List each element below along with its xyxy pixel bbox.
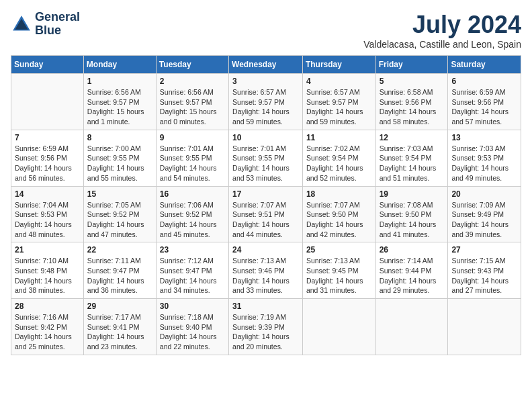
day-cell: 20Sunrise: 7:09 AM Sunset: 9:49 PM Dayli… bbox=[448, 186, 521, 242]
day-number: 25 bbox=[306, 245, 372, 255]
day-cell: 17Sunrise: 7:07 AM Sunset: 9:51 PM Dayli… bbox=[229, 186, 303, 242]
day-info: Sunrise: 7:04 AM Sunset: 9:53 PM Dayligh… bbox=[15, 200, 80, 240]
day-cell: 1Sunrise: 6:56 AM Sunset: 9:57 PM Daylig… bbox=[83, 74, 156, 130]
day-number: 16 bbox=[160, 189, 225, 199]
day-info: Sunrise: 7:13 AM Sunset: 9:45 PM Dayligh… bbox=[306, 256, 372, 295]
page-header: General Blue July 2024 Valdelacasa, Cast… bbox=[11, 11, 521, 50]
column-header-thursday: Thursday bbox=[302, 56, 375, 74]
day-number: 14 bbox=[15, 189, 80, 199]
day-cell: 29Sunrise: 7:17 AM Sunset: 9:41 PM Dayli… bbox=[83, 299, 156, 355]
day-cell: 21Sunrise: 7:10 AM Sunset: 9:48 PM Dayli… bbox=[11, 242, 84, 299]
week-row-2: 7Sunrise: 6:59 AM Sunset: 9:56 PM Daylig… bbox=[11, 130, 521, 186]
day-info: Sunrise: 7:03 AM Sunset: 9:54 PM Dayligh… bbox=[380, 144, 445, 183]
logo-text: General Blue bbox=[35, 11, 80, 38]
day-info: Sunrise: 7:19 AM Sunset: 9:39 PM Dayligh… bbox=[232, 312, 299, 352]
day-cell: 3Sunrise: 6:57 AM Sunset: 9:57 PM Daylig… bbox=[229, 74, 303, 130]
day-number: 15 bbox=[87, 189, 152, 199]
day-number: 6 bbox=[451, 77, 517, 86]
day-number: 24 bbox=[232, 245, 299, 255]
day-cell: 9Sunrise: 7:01 AM Sunset: 9:55 PM Daylig… bbox=[156, 130, 228, 186]
day-info: Sunrise: 7:15 AM Sunset: 9:43 PM Dayligh… bbox=[451, 256, 517, 295]
day-info: Sunrise: 7:06 AM Sunset: 9:52 PM Dayligh… bbox=[160, 200, 225, 240]
day-cell: 7Sunrise: 6:59 AM Sunset: 9:56 PM Daylig… bbox=[11, 130, 84, 186]
week-row-4: 21Sunrise: 7:10 AM Sunset: 9:48 PM Dayli… bbox=[11, 242, 521, 299]
day-cell: 6Sunrise: 6:59 AM Sunset: 9:56 PM Daylig… bbox=[448, 74, 521, 130]
day-cell: 12Sunrise: 7:03 AM Sunset: 9:54 PM Dayli… bbox=[375, 130, 448, 186]
column-header-monday: Monday bbox=[83, 56, 156, 74]
day-number: 2 bbox=[160, 77, 225, 86]
title-block: July 2024 Valdelacasa, Castille and Leon… bbox=[363, 11, 521, 50]
day-number: 31 bbox=[232, 302, 299, 311]
day-cell: 8Sunrise: 7:00 AM Sunset: 9:55 PM Daylig… bbox=[83, 130, 156, 186]
week-row-1: 1Sunrise: 6:56 AM Sunset: 9:57 PM Daylig… bbox=[11, 74, 521, 130]
day-cell bbox=[375, 299, 448, 355]
day-info: Sunrise: 6:56 AM Sunset: 9:57 PM Dayligh… bbox=[160, 87, 225, 127]
day-cell: 22Sunrise: 7:11 AM Sunset: 9:47 PM Dayli… bbox=[83, 242, 156, 299]
location: Valdelacasa, Castille and Leon, Spain bbox=[363, 39, 521, 50]
day-number: 1 bbox=[87, 77, 152, 86]
day-info: Sunrise: 7:11 AM Sunset: 9:47 PM Dayligh… bbox=[87, 256, 152, 295]
day-number: 17 bbox=[232, 189, 299, 199]
day-cell bbox=[448, 299, 521, 355]
day-number: 19 bbox=[380, 189, 445, 199]
day-cell: 27Sunrise: 7:15 AM Sunset: 9:43 PM Dayli… bbox=[448, 242, 521, 299]
column-header-sunday: Sunday bbox=[11, 56, 84, 74]
day-number: 10 bbox=[232, 133, 299, 142]
day-number: 26 bbox=[380, 245, 445, 255]
day-info: Sunrise: 7:17 AM Sunset: 9:41 PM Dayligh… bbox=[87, 312, 152, 352]
day-info: Sunrise: 7:12 AM Sunset: 9:47 PM Dayligh… bbox=[160, 256, 225, 295]
day-number: 8 bbox=[87, 133, 152, 142]
day-info: Sunrise: 6:59 AM Sunset: 9:56 PM Dayligh… bbox=[15, 144, 80, 183]
day-number: 30 bbox=[160, 302, 225, 311]
day-cell: 18Sunrise: 7:07 AM Sunset: 9:50 PM Dayli… bbox=[302, 186, 375, 242]
calendar-header-row: SundayMondayTuesdayWednesdayThursdayFrid… bbox=[11, 56, 521, 74]
day-info: Sunrise: 6:57 AM Sunset: 9:57 PM Dayligh… bbox=[306, 87, 372, 127]
logo-icon bbox=[11, 13, 32, 35]
day-number: 23 bbox=[160, 245, 225, 255]
day-info: Sunrise: 7:13 AM Sunset: 9:46 PM Dayligh… bbox=[232, 256, 299, 295]
day-number: 21 bbox=[15, 245, 80, 255]
day-cell: 16Sunrise: 7:06 AM Sunset: 9:52 PM Dayli… bbox=[156, 186, 228, 242]
day-cell: 13Sunrise: 7:03 AM Sunset: 9:53 PM Dayli… bbox=[448, 130, 521, 186]
day-number: 28 bbox=[15, 302, 80, 311]
day-cell bbox=[302, 299, 375, 355]
day-cell: 19Sunrise: 7:08 AM Sunset: 9:50 PM Dayli… bbox=[375, 186, 448, 242]
day-info: Sunrise: 7:02 AM Sunset: 9:54 PM Dayligh… bbox=[306, 144, 372, 183]
column-header-wednesday: Wednesday bbox=[229, 56, 303, 74]
day-cell: 14Sunrise: 7:04 AM Sunset: 9:53 PM Dayli… bbox=[11, 186, 84, 242]
day-cell: 31Sunrise: 7:19 AM Sunset: 9:39 PM Dayli… bbox=[229, 299, 303, 355]
day-cell: 28Sunrise: 7:16 AM Sunset: 9:42 PM Dayli… bbox=[11, 299, 84, 355]
day-info: Sunrise: 7:05 AM Sunset: 9:52 PM Dayligh… bbox=[87, 200, 152, 240]
day-number: 18 bbox=[306, 189, 372, 199]
day-info: Sunrise: 6:58 AM Sunset: 9:56 PM Dayligh… bbox=[380, 87, 445, 127]
day-info: Sunrise: 7:14 AM Sunset: 9:44 PM Dayligh… bbox=[380, 256, 445, 295]
month-title: July 2024 bbox=[363, 11, 521, 39]
day-info: Sunrise: 7:10 AM Sunset: 9:48 PM Dayligh… bbox=[15, 256, 80, 295]
day-info: Sunrise: 7:16 AM Sunset: 9:42 PM Dayligh… bbox=[15, 312, 80, 352]
day-cell: 23Sunrise: 7:12 AM Sunset: 9:47 PM Dayli… bbox=[156, 242, 228, 299]
day-info: Sunrise: 7:09 AM Sunset: 9:49 PM Dayligh… bbox=[451, 200, 517, 240]
day-info: Sunrise: 7:07 AM Sunset: 9:50 PM Dayligh… bbox=[306, 200, 372, 240]
day-info: Sunrise: 6:56 AM Sunset: 9:57 PM Dayligh… bbox=[87, 87, 152, 127]
day-cell: 25Sunrise: 7:13 AM Sunset: 9:45 PM Dayli… bbox=[302, 242, 375, 299]
day-cell: 30Sunrise: 7:18 AM Sunset: 9:40 PM Dayli… bbox=[156, 299, 228, 355]
logo: General Blue bbox=[11, 11, 80, 38]
day-number: 4 bbox=[306, 77, 372, 86]
day-number: 29 bbox=[87, 302, 152, 311]
day-number: 9 bbox=[160, 133, 225, 142]
day-info: Sunrise: 7:08 AM Sunset: 9:50 PM Dayligh… bbox=[380, 200, 445, 240]
day-cell bbox=[11, 74, 84, 130]
day-cell: 15Sunrise: 7:05 AM Sunset: 9:52 PM Dayli… bbox=[83, 186, 156, 242]
day-number: 11 bbox=[306, 133, 372, 142]
column-header-tuesday: Tuesday bbox=[156, 56, 228, 74]
day-info: Sunrise: 6:59 AM Sunset: 9:56 PM Dayligh… bbox=[451, 87, 517, 127]
day-info: Sunrise: 7:07 AM Sunset: 9:51 PM Dayligh… bbox=[232, 200, 299, 240]
day-number: 3 bbox=[232, 77, 299, 86]
column-header-saturday: Saturday bbox=[448, 56, 521, 74]
day-info: Sunrise: 7:03 AM Sunset: 9:53 PM Dayligh… bbox=[451, 144, 517, 183]
day-cell: 24Sunrise: 7:13 AM Sunset: 9:46 PM Dayli… bbox=[229, 242, 303, 299]
calendar-table: SundayMondayTuesdayWednesdayThursdayFrid… bbox=[11, 55, 521, 355]
day-info: Sunrise: 7:18 AM Sunset: 9:40 PM Dayligh… bbox=[160, 312, 225, 352]
day-number: 20 bbox=[451, 189, 517, 199]
day-cell: 26Sunrise: 7:14 AM Sunset: 9:44 PM Dayli… bbox=[375, 242, 448, 299]
